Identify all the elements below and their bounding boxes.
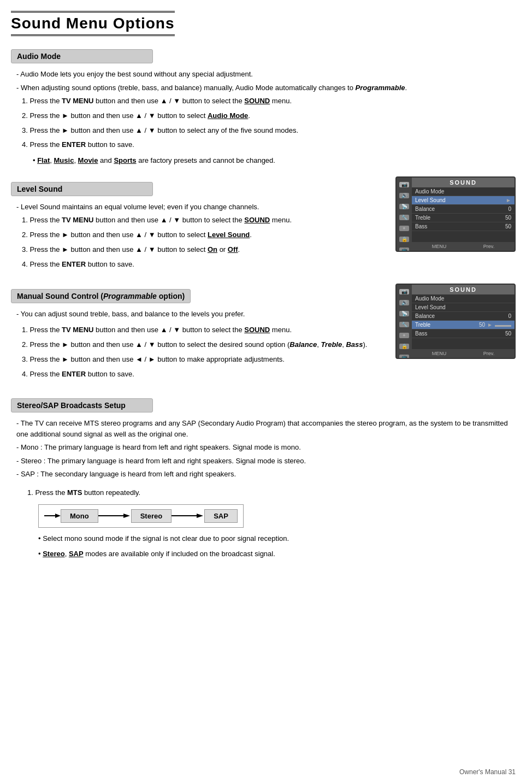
mts-flow-diagram: Mono Stereo SAP: [38, 504, 244, 528]
tv-icon-signal: 📡: [399, 204, 409, 209]
tv-menu-row-level-sound-2: Level Sound: [412, 303, 515, 312]
tv-menu-spacer-1: [412, 231, 515, 242]
stereo-sap-section: Stereo/SAP Broadcasts Setup The TV can r…: [11, 398, 516, 560]
tv-menu-spacer-2: [412, 338, 515, 349]
tv-menu-row-audio-mode-2: Audio Mode: [412, 294, 515, 303]
tv-icon-wrench-2: 🔧: [399, 322, 409, 327]
programmable-label: Programmable: [356, 84, 405, 92]
stereo-sap-note-1: Select mono sound mode if the signal is …: [38, 533, 516, 545]
tv-icon-camera-2: 📷: [399, 289, 409, 294]
manual-sound-header: Manual Sound Control (Programmable optio…: [11, 289, 191, 303]
tv-menu-sidebar-2: 📷 🔊 📡 🔧 + 🔒 📺: [397, 285, 412, 358]
stereo-sap-note-2: Stereo, SAP modes are available only if …: [38, 549, 516, 560]
audio-mode-bullet-1: Audio Mode lets you enjoy the best sound…: [16, 69, 516, 80]
audio-mode-step-1: 1. Press the TV MENU button and then use…: [22, 96, 516, 107]
tv-menu-row-bass-2: Bass 50: [412, 329, 515, 338]
audio-mode-body: Audio Mode lets you enjoy the best sound…: [11, 69, 516, 167]
tv-icon-plus: +: [399, 226, 409, 231]
mts-start-arrow: [44, 510, 61, 521]
tv-menu-content-1: SOUND Audio Mode Level Sound ► On ✓ Off …: [412, 178, 515, 251]
tv-menu-row-balance-1: Balance 0: [412, 205, 515, 214]
stereo-sap-bullet-4: SAP : The secondary language is heard fr…: [16, 469, 516, 480]
svg-marker-1: [55, 514, 61, 518]
tv-icon-camera: 📷: [399, 182, 409, 187]
audio-mode-header: Audio Mode: [11, 49, 153, 63]
manual-sound-section: Manual Sound Control (Programmable optio…: [11, 289, 516, 384]
audio-mode-step-2: 2. Press the ► button and then use ▲ / ▼…: [22, 110, 516, 122]
manual-sound-tv-menu: 📷 🔊 📡 🔧 + 🔒 📺 SOUND Audio Mode Level Sou…: [395, 284, 516, 359]
level-sound-step-4: 4. Press the ENTER button to save.: [22, 259, 516, 270]
manual-sound-step-4: 4. Press the ENTER button to save.: [22, 369, 516, 380]
tv-menu-row-treble-1: Treble 50: [412, 214, 515, 222]
tv-menu-row-level-sound: Level Sound ► On ✓ Off: [412, 196, 515, 205]
tv-menu-footer-1: MENU Prev.: [412, 242, 515, 251]
arrow-2-icon: [172, 510, 204, 521]
audio-mode-steps: 1. Press the TV MENU button and then use…: [22, 96, 516, 167]
svg-marker-5: [197, 514, 203, 518]
level-sound-section: Level Sound 📷 🔊 📡 🔧 + 🔒 📺 SOUND Audio Mo…: [11, 182, 516, 274]
tv-menu-title-2: SOUND: [412, 285, 515, 294]
tv-icon-speaker-2: 🔊: [399, 300, 409, 305]
audio-mode-section: Audio Mode Audio Mode lets you enjoy the…: [11, 49, 516, 167]
tv-icon-lock-2: 🔒: [399, 344, 409, 349]
audio-mode-note: Flat, Music, Movie and Sports are factor…: [33, 155, 516, 167]
stereo-sap-step-1: 1. Press the MTS button repeatedly.: [27, 487, 516, 499]
svg-marker-3: [123, 514, 130, 518]
tv-icon-speaker: 🔊: [399, 193, 409, 198]
audio-mode-step-3: 3. Press the ► button and then use ▲ / ▼…: [22, 125, 516, 137]
manual-sound-menu-container: 📷 🔊 📡 🔧 + 🔒 📺 SOUND Audio Mode Level Sou…: [395, 284, 516, 359]
audio-mode-step-4: 4. Press the ENTER button to save.: [22, 139, 516, 151]
tv-menu-row-balance-2: Balance 0: [412, 312, 515, 321]
mts-box-sap: SAP: [204, 509, 238, 523]
tv-menu-content-2: SOUND Audio Mode Level Sound Balance 0 T…: [412, 285, 515, 358]
level-sound-menu-container: 📷 🔊 📡 🔧 + 🔒 📺 SOUND Audio Mode Level Sou…: [395, 176, 516, 252]
tv-menu-title-1: SOUND: [412, 178, 515, 187]
start-arrow-icon: [44, 510, 61, 521]
mts-box-mono: Mono: [61, 509, 98, 523]
mts-arrow-1: [98, 510, 131, 521]
stereo-sap-steps: 1. Press the MTS button repeatedly. Mono: [27, 487, 516, 560]
tv-icon-tv: 📺: [399, 247, 409, 252]
level-sound-header: Level Sound: [11, 182, 153, 196]
mts-box-stereo: Stereo: [131, 509, 172, 523]
mts-arrow-2: [172, 510, 204, 521]
page-title: Sound Menu Options: [11, 11, 175, 36]
tv-icon-lock: 🔒: [399, 237, 409, 242]
tv-menu-row-treble-2: Treble 50 ► ▬▬▬: [412, 321, 515, 329]
level-sound-tv-menu: 📷 🔊 📡 🔧 + 🔒 📺 SOUND Audio Mode Level Sou…: [395, 176, 516, 252]
stereo-sap-header: Stereo/SAP Broadcasts Setup: [11, 398, 153, 412]
tv-icon-plus-2: +: [399, 333, 409, 338]
audio-mode-bullet-2: When adjusting sound options (treble, ba…: [16, 82, 516, 93]
tv-menu-footer-2: MENU Prev.: [412, 349, 515, 358]
stereo-sap-bullet-2: Mono : The primary language is heard fro…: [16, 442, 516, 453]
page-number: Owner's Manual 31: [459, 768, 516, 776]
arrow-1-icon: [98, 510, 131, 521]
tv-menu-row-bass-1: Bass 50: [412, 222, 515, 231]
stereo-sap-bullet-1: The TV can receive MTS stereo programs a…: [16, 418, 516, 439]
stereo-sap-bullet-3: Stereo : The primary language is heard f…: [16, 456, 516, 467]
tv-icon-tv-2: 📺: [399, 355, 409, 359]
stereo-sap-body: The TV can receive MTS stereo programs a…: [11, 418, 516, 560]
tv-icon-signal-2: 📡: [399, 311, 409, 316]
tv-icon-wrench: 🔧: [399, 215, 409, 220]
tv-menu-row-audio-mode: Audio Mode: [412, 187, 515, 196]
tv-menu-sidebar-1: 📷 🔊 📡 🔧 + 🔒 📺: [397, 178, 412, 251]
